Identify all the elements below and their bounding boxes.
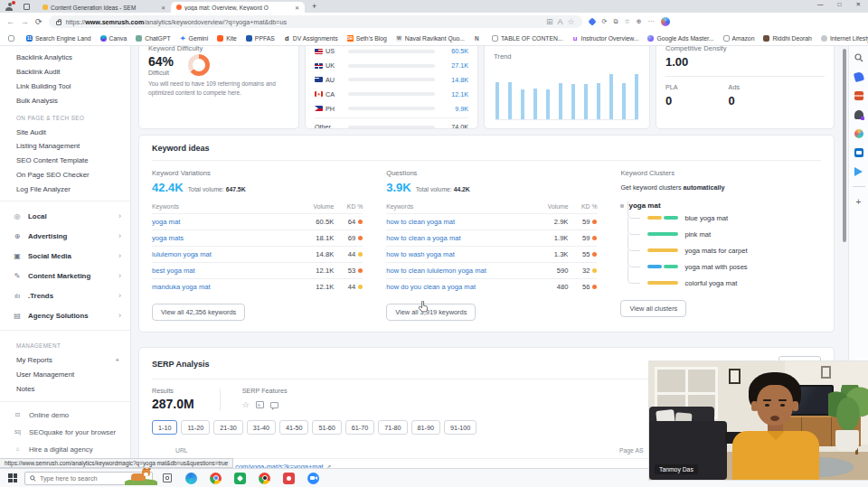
sidebar-onpage-item[interactable]: SEO Content Template: [0, 154, 130, 168]
question-keyword-link[interactable]: how to clean a yoga mat: [386, 234, 533, 242]
sidebar-onpage-item[interactable]: Log File Analyzer: [0, 182, 130, 196]
bookmark-item[interactable]: d DV Assignments: [284, 35, 338, 42]
sidebar-onpage-item[interactable]: Listing Management: [0, 139, 130, 154]
maximize-button[interactable]: □: [838, 1, 842, 8]
country-volume-value[interactable]: 74.0K: [439, 123, 468, 129]
bookmark-item[interactable]: Amazon: [723, 35, 755, 42]
task-view-icon[interactable]: [163, 473, 172, 482]
minimize-button[interactable]: —: [817, 1, 824, 8]
view-all-variations-button[interactable]: View all 42,356 keywords: [152, 304, 245, 321]
bookmark-item[interactable]: W Naval Ravikant Quo...: [396, 35, 465, 42]
browser-tab-2-active[interactable]: yoga mat: Overview, Keyword O ✕: [171, 2, 305, 13]
forward-icon[interactable]: →: [21, 17, 29, 26]
history-icon[interactable]: ⟳: [602, 18, 608, 25]
pagination-pill[interactable]: 41-50: [279, 420, 308, 435]
sidebar-link-tool-item[interactable]: Bulk Analysis: [0, 93, 130, 108]
cluster-item[interactable]: blue yoga mat: [624, 210, 821, 226]
browser-tab-1[interactable]: Content Generation Ideas - SEM ✕: [37, 2, 171, 13]
keyword-link[interactable]: yoga mats: [152, 234, 299, 242]
keyword-link[interactable]: yoga mat: [152, 218, 299, 226]
bookmark-item[interactable]: Kite: [217, 35, 237, 42]
tab2-close-icon[interactable]: ✕: [295, 5, 299, 11]
edge-sidebar-add-icon[interactable]: +: [856, 197, 862, 207]
bookmark-item[interactable]: Google Ads Master...: [647, 35, 713, 42]
pagination-pill[interactable]: 11-20: [181, 420, 210, 435]
pagination-pill[interactable]: 1-10: [152, 420, 177, 435]
search-icon[interactable]: [854, 53, 863, 62]
sidebar-group-item[interactable]: ◎ Local ›: [0, 206, 130, 226]
extension-icon[interactable]: [588, 17, 596, 25]
sidebar-group-item[interactable]: ılı .Trends ›: [0, 286, 130, 305]
question-keyword-link[interactable]: how to clean yoga mat: [386, 218, 533, 226]
bookmark-item[interactable]: TABLE OF CONTEN...: [492, 35, 563, 42]
tab-search-icon[interactable]: [24, 4, 30, 10]
faq-feature-icon[interactable]: [270, 402, 278, 408]
favorite-icon[interactable]: ☆: [567, 17, 574, 26]
add-icon[interactable]: +: [115, 356, 119, 364]
country-volume-value[interactable]: 60.5K: [439, 47, 468, 55]
bookmark-item[interactable]: u Instructor Overview...: [572, 35, 639, 42]
bookmark-item[interactable]: Canva: [100, 35, 127, 42]
view-all-clusters-button[interactable]: View all clusters: [620, 300, 686, 317]
bookmark-item[interactable]: 11 Search Engine Land: [26, 35, 91, 42]
favorites-icon[interactable]: ☆: [624, 18, 629, 25]
browser-profile-icon[interactable]: [5, 3, 14, 11]
tab1-close-icon[interactable]: ✕: [161, 5, 165, 11]
sidebar-link-tool-item[interactable]: Link Building Tool: [0, 80, 130, 94]
split-screen-icon[interactable]: ⧉: [613, 18, 618, 25]
new-tab-button[interactable]: +: [312, 2, 316, 11]
taskbar-app-icon[interactable]: [234, 473, 246, 484]
edge-sidebar-app-icon[interactable]: [853, 71, 863, 82]
pagination-pill[interactable]: 91-100: [444, 420, 476, 435]
sidebar-management-item[interactable]: Notes: [0, 381, 130, 396]
collections-icon[interactable]: ⊕: [637, 18, 642, 25]
taskbar-search-box[interactable]: [24, 472, 153, 485]
lock-icon[interactable]: [56, 21, 61, 25]
cluster-item[interactable]: pink mat: [624, 226, 821, 242]
reviews-feature-icon[interactable]: ☆: [242, 400, 250, 409]
question-keyword-link[interactable]: how to clean lululemon yoga mat: [386, 267, 533, 275]
country-volume-value[interactable]: 9.9K: [439, 105, 468, 113]
cluster-item[interactable]: colorful yoga mat: [624, 275, 821, 291]
pagination-pill[interactable]: 21-30: [213, 420, 242, 435]
copilot-icon[interactable]: [661, 17, 670, 26]
country-volume-value[interactable]: 27.1K: [439, 61, 468, 70]
pagination-pill[interactable]: 31-40: [247, 420, 276, 435]
taskbar-app-icon[interactable]: [283, 473, 295, 484]
taskbar-app-icon[interactable]: [259, 473, 270, 484]
edge-sidebar-app-icon[interactable]: [854, 129, 863, 138]
bookmark-item[interactable]: SB Seth's Blog: [347, 35, 387, 42]
pagination-pill[interactable]: 71-80: [378, 420, 407, 435]
bookmark-item[interactable]: ChatGPT: [136, 35, 170, 42]
sidebar-promo-item[interactable]: ⌂ Hire a digital agency: [0, 441, 130, 458]
search-input[interactable]: [40, 474, 121, 482]
edge-sidebar-app-icon[interactable]: [854, 148, 863, 157]
keyword-link[interactable]: best yoga mat: [152, 267, 299, 275]
back-icon[interactable]: ←: [6, 17, 14, 26]
reload-icon[interactable]: ⟳: [35, 17, 42, 26]
enhance-icon[interactable]: ⊞: [546, 17, 553, 26]
address-bar[interactable]: https://www.semrush.com/analytics/keywor…: [49, 15, 582, 28]
windows-start-button[interactable]: [8, 473, 17, 482]
cluster-item[interactable]: yoga mat with poses: [624, 258, 821, 275]
bookmark-item[interactable]: [8, 35, 17, 42]
bookmark-item[interactable]: Internet Lifestyle H...: [821, 35, 868, 42]
sidebar-management-item[interactable]: My Reports +: [0, 352, 130, 367]
menu-icon[interactable]: ⋯: [648, 18, 655, 25]
sidebar-group-item[interactable]: ⊕ Advertising ›: [0, 226, 130, 246]
close-button[interactable]: ✕: [856, 1, 861, 8]
cluster-root[interactable]: yoga mat: [620, 201, 821, 210]
bookmark-item[interactable]: PPFAS: [246, 35, 275, 42]
pagination-pill[interactable]: 81-90: [411, 420, 440, 435]
sidebar-management-item[interactable]: User Management: [0, 367, 130, 381]
sidebar-link-tool-item[interactable]: Backlink Audit: [0, 65, 130, 80]
country-volume-value[interactable]: 12.1K: [439, 90, 468, 98]
bookmark-item[interactable]: ✦ Gemini: [180, 35, 209, 42]
sidebar-promo-item[interactable]: sq SEOquake for your browser: [0, 424, 130, 441]
taskbar-app-icon[interactable]: [307, 473, 319, 484]
pagination-pill[interactable]: 61-70: [345, 420, 374, 435]
country-volume-value[interactable]: 14.8K: [439, 76, 468, 84]
sidebar-group-item[interactable]: ▤ Agency Solutions ›: [0, 305, 130, 325]
sidebar-group-item[interactable]: ▣ Social Media ›: [0, 246, 130, 266]
read-aloud-icon[interactable]: A: [557, 17, 562, 26]
